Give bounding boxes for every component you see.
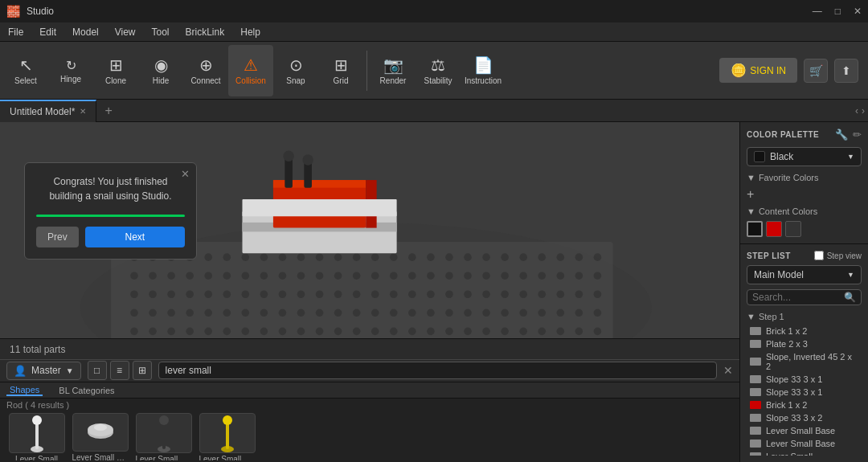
parts-results-label: Rod ( 4 results ): [0, 399, 739, 411]
parts-tab-shapes[interactable]: Shapes: [6, 385, 43, 396]
window-controls: — □ ✕: [813, 6, 862, 17]
swatch-dark-gray[interactable]: [785, 221, 801, 237]
view-btn-list[interactable]: ≡: [110, 361, 129, 380]
menu-bricklink[interactable]: BrickLink: [178, 22, 233, 41]
tab-nav-prev[interactable]: ‹: [855, 105, 858, 117]
fav-add-button[interactable]: +: [747, 186, 862, 203]
svg-point-79: [575, 290, 583, 298]
step-item-6[interactable]: Slope 33 3 x 2: [747, 411, 862, 424]
part-item-2[interactable]: Lever Small B...: [133, 413, 194, 460]
menu-help[interactable]: Help: [232, 22, 268, 41]
svg-point-86: [223, 309, 231, 317]
part-item-3[interactable]: Lever Small B...: [197, 413, 257, 460]
svg-point-37: [279, 272, 287, 280]
svg-point-108: [149, 328, 157, 336]
instruction-tool[interactable]: 📄 Instruction: [461, 45, 506, 96]
step-item-9[interactable]: Lever Small: [747, 450, 862, 456]
search-icon: 🔍: [844, 292, 856, 303]
next-button[interactable]: Next: [85, 227, 185, 247]
render-tool[interactable]: 📷 Render: [371, 45, 416, 96]
svg-point-119: [353, 328, 361, 336]
sign-in-button[interactable]: 🪙 SIGN IN: [719, 58, 797, 83]
clone-tool[interactable]: ⊞ Clone: [93, 45, 138, 96]
model-dropdown[interactable]: Main Model ▼: [747, 265, 862, 284]
viewport[interactable]: ✕ Congrats! You just finished building a…: [0, 122, 739, 338]
menu-tool[interactable]: Tool: [144, 22, 178, 41]
upload-button[interactable]: ⬆: [834, 59, 858, 83]
svg-point-65: [316, 290, 324, 298]
svg-rect-148: [242, 199, 396, 216]
step-view-checkbox[interactable]: [814, 251, 824, 260]
menu-model[interactable]: Model: [64, 22, 107, 41]
color-dropdown[interactable]: Black ▼: [747, 147, 862, 166]
svg-point-63: [279, 290, 287, 298]
step-item-5[interactable]: Brick 1 x 2: [747, 399, 862, 411]
step-item-4-swatch: [750, 388, 761, 396]
svg-point-121: [390, 328, 398, 336]
step-item-3-label: Slope 33 3 x 1: [766, 374, 822, 384]
app-title: Studio: [27, 6, 54, 17]
menu-file[interactable]: File: [0, 22, 31, 41]
svg-point-68: [371, 290, 379, 298]
svg-point-42: [371, 272, 379, 280]
step-list-search[interactable]: [752, 292, 844, 303]
step-item-1-label: Plate 2 x 3: [766, 339, 808, 349]
hide-icon: ◉: [154, 55, 168, 75]
step-item-1[interactable]: Plate 2 x 3: [747, 337, 862, 350]
step-1-header[interactable]: ▼ Step 1: [747, 310, 862, 323]
hinge-tool[interactable]: ↻ Hinge: [48, 45, 93, 96]
tutorial-close-btn[interactable]: ✕: [181, 168, 190, 180]
tab-add-button[interactable]: +: [96, 104, 120, 118]
parts-tab-bl-categories[interactable]: BL Categories: [55, 386, 117, 395]
tab-close-icon[interactable]: ✕: [80, 107, 86, 116]
svg-point-152: [302, 154, 313, 165]
view-btn-square[interactable]: □: [88, 361, 107, 380]
cart-button[interactable]: 🛒: [804, 59, 828, 83]
step-item-4[interactable]: Slope 33 3 x 1: [747, 386, 862, 399]
view-btn-grid[interactable]: ⊞: [133, 361, 152, 380]
tab-untitled-model[interactable]: Untitled Model* ✕: [0, 100, 96, 122]
menu-edit[interactable]: Edit: [31, 22, 64, 41]
fav-colors-toggle[interactable]: ▼ Favorite Colors: [747, 173, 862, 182]
svg-point-57: [167, 290, 175, 298]
step-item-7[interactable]: Lever Small Base: [747, 424, 862, 437]
palette-edit-icon[interactable]: ✏: [853, 129, 862, 141]
part-item-0[interactable]: Lever Small: [6, 413, 67, 460]
content-colors-toggle[interactable]: ▼ Content Colors: [747, 206, 862, 216]
step-item-2[interactable]: Slope, Inverted 45 2 x 2: [747, 350, 862, 373]
maximize-btn[interactable]: □: [835, 6, 841, 17]
snap-icon: ⊙: [289, 55, 303, 75]
collision-tool[interactable]: ⚠ Collision: [228, 45, 273, 96]
connect-icon: ⊕: [199, 55, 213, 75]
snap-label: Snap: [286, 76, 305, 85]
step-item-3[interactable]: Slope 33 3 x 1: [747, 373, 862, 386]
parts-search-clear[interactable]: ✕: [723, 364, 733, 377]
svg-point-93: [353, 309, 361, 317]
step-item-8[interactable]: Lever Small Base: [747, 437, 862, 450]
part-item-1[interactable]: Lever Small B...: [70, 413, 130, 460]
close-btn[interactable]: ✕: [854, 6, 862, 17]
parts-search-input[interactable]: [158, 362, 717, 379]
step-item-0[interactable]: Brick 1 x 2: [747, 325, 862, 337]
svg-point-49: [501, 272, 509, 280]
right-panel: COLOR PALETTE 🔧 ✏ Black ▼ ▼: [739, 122, 868, 462]
minimize-btn[interactable]: —: [813, 6, 822, 17]
stability-tool[interactable]: ⚖ Stability: [416, 45, 461, 96]
connect-tool[interactable]: ⊕ Connect: [183, 45, 228, 96]
swatch-red[interactable]: [766, 221, 782, 237]
svg-point-132: [594, 328, 602, 336]
select-tool[interactable]: ↖ Select: [3, 45, 48, 96]
svg-point-115: [279, 328, 287, 336]
tab-nav-next[interactable]: ›: [862, 105, 865, 117]
svg-point-21: [464, 253, 472, 261]
content-colors-label: Content Colors: [759, 206, 817, 216]
master-dropdown[interactable]: 👤 Master ▼: [6, 362, 81, 380]
snap-tool[interactable]: ⊙ Snap: [273, 45, 318, 96]
hide-tool[interactable]: ◉ Hide: [138, 45, 183, 96]
grid-tool[interactable]: ⊞ Grid: [318, 45, 363, 96]
menu-view[interactable]: View: [107, 22, 144, 41]
swatch-black[interactable]: [747, 221, 763, 237]
palette-filter-icon[interactable]: 🔧: [835, 129, 848, 141]
prev-button[interactable]: Prev: [36, 227, 79, 247]
svg-point-64: [297, 290, 305, 298]
